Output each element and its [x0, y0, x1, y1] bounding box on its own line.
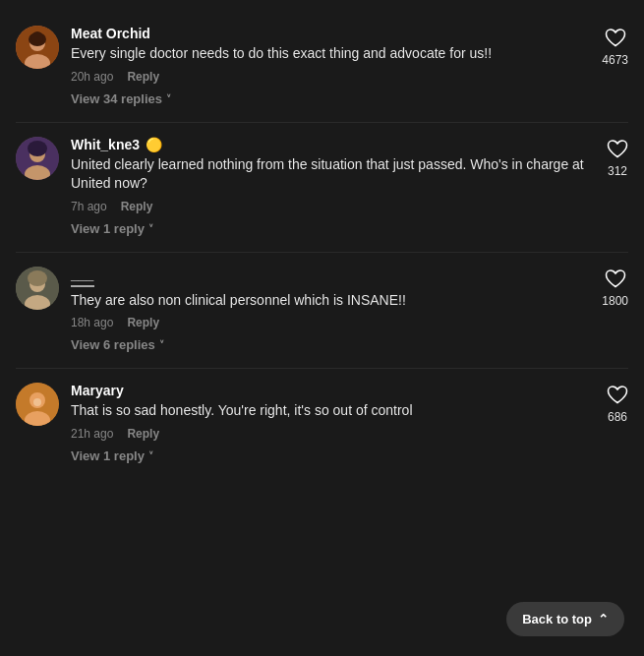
view-replies-label: View 6 replies [71, 337, 155, 352]
emoji: 🟡 [146, 137, 162, 152]
username: Whit_kne3 [71, 137, 140, 152]
avatar [16, 267, 59, 310]
comment-text: United clearly learned nothing from the … [71, 155, 595, 194]
svg-point-4 [31, 31, 43, 43]
chevron-down-icon: ˅ [166, 93, 171, 104]
timestamp: 21h ago [71, 427, 113, 441]
comment-meta: 18h ago Reply [71, 316, 590, 329]
comment-meta: 7h ago Reply [71, 200, 595, 213]
username-row: Maryary [71, 383, 595, 398]
comment-meta: 20h ago Reply [71, 70, 590, 84]
avatar [16, 26, 59, 69]
comment-body: Meat Orchid Every single doctor needs to… [71, 26, 590, 108]
svg-point-12 [28, 270, 47, 286]
separator-line [71, 285, 94, 287]
comment-text: They are also non clinical personnel whi… [71, 291, 590, 311]
comment-1: Meat Orchid Every single doctor needs to… [16, 12, 628, 123]
comment-body: ___ They are also non clinical personnel… [71, 267, 590, 355]
avatar [16, 137, 59, 180]
like-section: 686 [607, 383, 628, 424]
reply-button[interactable]: Reply [127, 316, 159, 329]
comment-meta: 21h ago Reply [71, 427, 595, 441]
back-to-top-label: Back to top [522, 612, 592, 626]
like-count: 312 [608, 164, 627, 178]
comment-body: Maryary That is so sad honestly. You're … [71, 383, 595, 465]
like-section: 312 [607, 137, 628, 178]
view-replies-label: View 34 replies [71, 91, 162, 106]
comment-4: Maryary That is so sad honestly. You're … [16, 369, 628, 479]
reply-button[interactable]: Reply [127, 70, 159, 84]
timestamp: 20h ago [71, 70, 113, 84]
timestamp: 7h ago [71, 200, 107, 213]
username: Meat Orchid [71, 26, 150, 41]
like-count: 1800 [602, 294, 628, 308]
username-row: Meat Orchid [71, 26, 590, 41]
username-row: Whit_kne3 🟡 [71, 137, 595, 152]
username-row: ___ [71, 267, 590, 282]
view-replies-label: View 1 reply [71, 448, 145, 463]
like-section: 4673 [602, 26, 628, 67]
like-button[interactable] [607, 385, 628, 407]
reply-button[interactable]: Reply [127, 427, 159, 441]
comment-body: Whit_kne3 🟡 United clearly learned nothi… [71, 137, 595, 238]
comments-container: Meat Orchid Every single doctor needs to… [0, 0, 644, 491]
like-count: 4673 [602, 53, 628, 67]
view-replies-button[interactable]: View 34 replies ˅ [71, 89, 171, 108]
view-replies-button[interactable]: View 1 reply ˅ [71, 219, 153, 238]
comment-text: That is so sad honestly. You're right, i… [71, 401, 595, 421]
like-button[interactable] [605, 28, 626, 50]
svg-point-18 [33, 398, 41, 406]
comment-3: ___ They are also non clinical personnel… [16, 253, 628, 370]
back-to-top-button[interactable]: Back to top ⌃ [506, 602, 624, 636]
chevron-down-icon: ˅ [148, 450, 153, 461]
comment-text: Every single doctor needs to do this exa… [71, 44, 590, 64]
view-replies-label: View 1 reply [71, 221, 145, 236]
comment-2: Whit_kne3 🟡 United clearly learned nothi… [16, 123, 628, 253]
back-to-top-icon: ⌃ [598, 612, 609, 626]
like-button[interactable] [607, 139, 628, 161]
timestamp: 18h ago [71, 316, 113, 329]
like-section: 1800 [602, 267, 628, 308]
avatar [16, 383, 59, 426]
like-button[interactable] [605, 268, 626, 291]
chevron-down-icon: ˅ [148, 223, 153, 234]
view-replies-button[interactable]: View 6 replies ˅ [71, 335, 164, 354]
username: Maryary [71, 383, 124, 398]
view-replies-button[interactable]: View 1 reply ˅ [71, 447, 153, 465]
username: ___ [71, 267, 93, 282]
reply-button[interactable]: Reply [121, 200, 153, 213]
like-count: 686 [608, 410, 627, 424]
chevron-down-icon: ˅ [159, 339, 164, 350]
